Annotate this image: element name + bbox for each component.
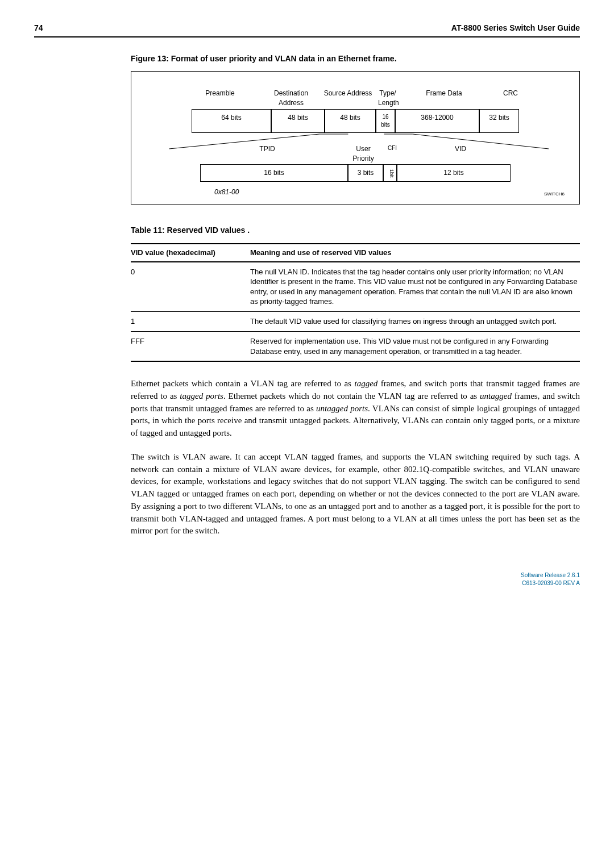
lbl-crc: CRC [488,89,533,108]
lbl-type: Type/ Length [376,89,400,108]
p1-f: untagged [480,391,512,400]
p1-a: Ethernet packets which contain a VLAN ta… [131,379,354,388]
table-header-row: VID value (hexadecimal) Meaning and use … [131,243,580,262]
page-number: 74 [34,23,43,34]
table-row: 1 The default VID value used for classif… [131,312,580,332]
hex-note: 0x81-00 [140,187,239,197]
p1-b: tagged [354,379,377,388]
td-meaning: Reserved for implementation use. This VI… [250,336,580,356]
lbl-dest: Destination Address [262,89,320,108]
cell-framedata: 368-12000 [395,109,479,133]
guide-title: AT-8800 Series Switch User Guide [451,23,580,34]
th-vid-value: VID value (hexadecimal) [131,248,250,258]
footer-release: Software Release 2.6.1 [34,571,580,579]
paragraph-2: The switch is VLAN aware. It can accept … [131,451,580,537]
p1-e: . Ethernet packets which do not contain … [223,391,480,400]
cell-preamble: 64 bits [192,109,271,133]
cell-type: 16 bits [376,109,395,133]
cell-src: 48 bits [325,109,376,133]
page-header: 74 AT-8800 Series Switch User Guide [34,23,580,37]
lbl-framedata: Frame Data [400,89,488,108]
td-vid: 1 [131,316,250,327]
cell-cfi: 1bit [383,164,397,182]
table-row: 0 The null VLAN ID. Indicates that the t… [131,262,580,312]
td-meaning: The null VLAN ID. Indicates that the tag… [250,267,580,307]
svg-line-0 [169,134,320,149]
page-footer: Software Release 2.6.1 C613-02039-00 REV… [34,571,580,587]
reserved-vid-table: VID value (hexadecimal) Meaning and use … [131,243,580,362]
p1-d: tagged ports [180,391,223,400]
td-meaning: The default VID value used for classifyi… [250,316,580,327]
lbl-preamble: Preamble [178,89,262,108]
cell-tpid: 16 bits [200,164,348,182]
cell-vid: 12 bits [397,164,511,182]
td-vid: FFF [131,336,250,356]
cell-userpriority: 3 bits [348,164,383,182]
cell-crc: 32 bits [479,109,519,133]
svg-line-1 [413,134,549,149]
table-row: FFF Reserved for implementation use. Thi… [131,332,580,362]
td-vid: 0 [131,267,250,307]
p1-h: untagged ports [316,404,368,413]
lbl-src: Source Address [320,89,376,108]
switch-code: SWITCH6 [544,191,570,197]
th-meaning: Meaning and use of reserved VID values [250,248,580,258]
paragraph-1: Ethernet packets which contain a VLAN ta… [131,378,580,440]
figure-caption: Figure 13: Format of user priority and V… [131,53,580,65]
table-caption: Table 11: Reserved VID values . [131,225,580,236]
diagram-connector [140,133,570,144]
cell-dest: 48 bits [271,109,325,133]
footer-docnum: C613-02039-00 REV A [34,579,580,587]
ethernet-frame-figure: Preamble Destination Address Source Addr… [131,71,580,205]
